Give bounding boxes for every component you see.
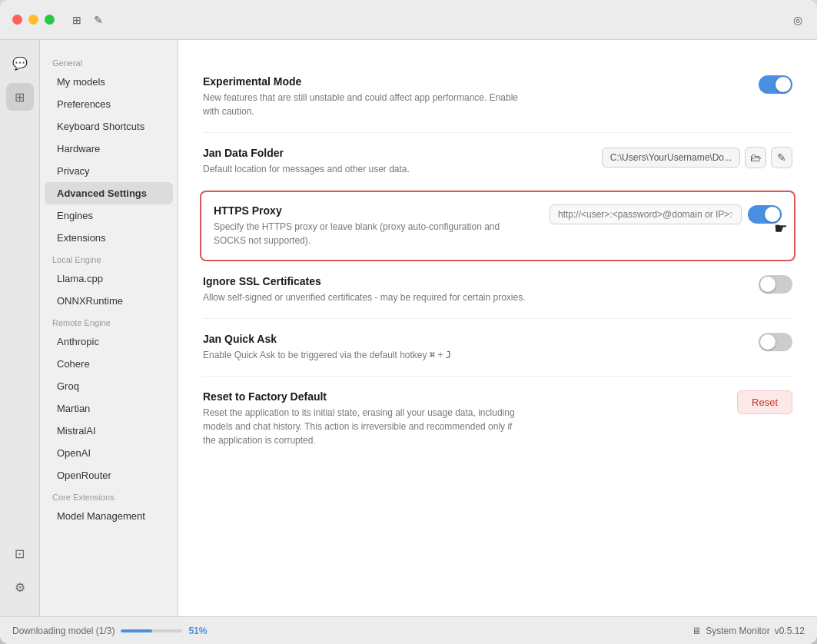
jan-quick-ask-right (759, 333, 792, 351)
sidebar-item-keyboard-shortcuts[interactable]: Keyboard Shortcuts (45, 115, 173, 138)
settings-icon-btn[interactable]: ⚙ (6, 573, 34, 601)
progress-bar-background (121, 629, 182, 632)
reset-factory-row: Reset to Factory Default Reset the appli… (203, 377, 792, 461)
folder-input-group: C:\Users\YourUsername\Do... 🗁 ✎ (602, 147, 792, 168)
experimental-mode-left: Experimental Mode New features that are … (203, 75, 740, 118)
titlebar: ⊞ ✎ ◎ (0, 0, 817, 40)
edit-icon[interactable]: ✎ (91, 13, 105, 27)
grid-icon[interactable]: ⊞ (70, 13, 84, 27)
icon-bar-bottom: ⊡ ⚙ (6, 539, 34, 607)
ignore-ssl-toggle-knob (760, 277, 775, 292)
traffic-lights (12, 15, 55, 25)
sidebar-item-groq[interactable]: Groq (45, 375, 173, 397)
experimental-mode-toggle-knob (775, 77, 791, 92)
jan-quick-ask-toggle-knob (760, 334, 775, 350)
jan-data-folder-left: Jan Data Folder Default location for mes… (203, 147, 583, 176)
folder-path-display: C:\Users\YourUsername\Do... (602, 148, 740, 168)
close-button[interactable] (12, 15, 22, 25)
bottom-bar: Downloading model (1/3) 51% 🖥 System Mon… (0, 616, 817, 644)
https-proxy-row: HTTPS Proxy Specify the HTTPS proxy or l… (200, 191, 795, 261)
version-label: v0.5.12 (775, 626, 805, 636)
jan-data-folder-row: Jan Data Folder Default location for mes… (203, 133, 792, 191)
jan-data-folder-title: Jan Data Folder (203, 147, 583, 159)
system-monitor-label[interactable]: System Monitor (706, 626, 769, 636)
bottom-bar-right: 🖥 System Monitor v0.5.12 (692, 626, 805, 636)
icon-bar: 💬 ⊞ ⊡ ⚙ (0, 40, 40, 616)
minimize-button[interactable] (28, 15, 38, 25)
https-proxy-title: HTTPS Proxy (214, 204, 531, 217)
sidebar-item-openrouter[interactable]: OpenRouter (45, 464, 173, 486)
maximize-button[interactable] (45, 15, 55, 25)
experimental-mode-title: Experimental Mode (203, 75, 740, 88)
main-layout: 💬 ⊞ ⊡ ⚙ General My models Preferences Ke… (0, 40, 817, 616)
local-engine-section-label: Local Engine (40, 249, 178, 267)
https-proxy-toggle[interactable] (748, 205, 782, 224)
titlebar-icons: ⊞ ✎ (70, 13, 105, 27)
downloading-label: Downloading model (1/3) (12, 626, 115, 636)
sidebar-item-anthropic[interactable]: Anthropic (45, 330, 173, 353)
sidebar-item-cohere[interactable]: Cohere (45, 353, 173, 375)
help-icon[interactable]: ◎ (791, 13, 805, 27)
ignore-ssl-toggle[interactable] (759, 275, 792, 294)
sidebar-item-model-management[interactable]: Model Management (45, 505, 173, 527)
progress-percent: 51% (188, 626, 207, 636)
sidebar-item-advanced-settings[interactable]: Advanced Settings (45, 182, 173, 204)
experimental-mode-toggle[interactable] (759, 75, 792, 94)
progress-bar-fill (121, 629, 152, 632)
experimental-mode-desc: New features that are still unstable and… (203, 91, 526, 118)
ignore-ssl-right (759, 275, 792, 294)
app-window: ⊞ ✎ ◎ 💬 ⊞ ⊡ ⚙ General My models Preferen… (0, 0, 817, 644)
https-proxy-toggle-knob (765, 207, 780, 222)
reset-factory-desc: Reset the application to its initial sta… (203, 406, 526, 447)
general-section-label: General (40, 52, 178, 71)
remote-engine-section-label: Remote Engine (40, 312, 178, 330)
ignore-ssl-row: Ignore SSL Certificates Allow self-signe… (203, 261, 792, 319)
download-progress: Downloading model (1/3) 51% (12, 626, 207, 636)
experimental-mode-right (759, 75, 792, 94)
main-content: Experimental Mode New features that are … (178, 40, 817, 616)
edit-folder-button[interactable]: ✎ (771, 147, 792, 168)
https-proxy-desc: Specify the HTTPS proxy or leave blank (… (214, 220, 531, 247)
sidebar-item-hardware[interactable]: Hardware (45, 138, 173, 160)
sidebar-item-privacy[interactable]: Privacy (45, 160, 173, 182)
core-extensions-section-label: Core Extensions (40, 486, 178, 505)
sidebar-item-onnxruntime[interactable]: ONNXRuntime (45, 290, 173, 312)
sidebar-item-openai[interactable]: OpenAI (45, 442, 173, 464)
reset-factory-right: Reset (737, 390, 792, 414)
reset-factory-left: Reset to Factory Default Reset the appli… (203, 390, 719, 447)
experimental-mode-row: Experimental Mode New features that are … (203, 61, 792, 133)
sidebar-item-my-models[interactable]: My models (45, 71, 173, 93)
ignore-ssl-title: Ignore SSL Certificates (203, 275, 740, 287)
monitor-icon-btn[interactable]: ⊡ (6, 539, 34, 567)
reset-factory-title: Reset to Factory Default (203, 390, 719, 403)
apps-icon-btn[interactable]: ⊞ (6, 83, 34, 111)
monitor-icon: 🖥 (692, 626, 701, 636)
open-folder-button[interactable]: 🗁 (745, 147, 766, 168)
sidebar-item-llama-cpp[interactable]: Llama.cpp (45, 267, 173, 290)
jan-data-folder-desc: Default location for messages and other … (203, 162, 526, 176)
sidebar: General My models Preferences Keyboard S… (40, 40, 178, 616)
https-proxy-right (550, 204, 782, 224)
jan-quick-ask-toggle[interactable] (759, 333, 792, 351)
https-proxy-input[interactable] (550, 204, 742, 224)
chat-icon-btn[interactable]: 💬 (6, 49, 34, 77)
reset-factory-button[interactable]: Reset (737, 390, 792, 414)
jan-quick-ask-row: Jan Quick Ask Enable Quick Ask to be tri… (203, 319, 792, 377)
sidebar-item-martian[interactable]: Martian (45, 397, 173, 420)
sidebar-item-extensions[interactable]: Extensions (45, 227, 173, 249)
https-proxy-left: HTTPS Proxy Specify the HTTPS proxy or l… (214, 204, 531, 247)
jan-quick-ask-left: Jan Quick Ask Enable Quick Ask to be tri… (203, 333, 740, 362)
jan-quick-ask-desc: Enable Quick Ask to be triggered via the… (203, 348, 526, 362)
ignore-ssl-left: Ignore SSL Certificates Allow self-signe… (203, 275, 740, 304)
ignore-ssl-desc: Allow self-signed or unverified certific… (203, 290, 526, 304)
sidebar-item-mistralai[interactable]: MistralAI (45, 420, 173, 442)
sidebar-item-engines[interactable]: Engines (45, 204, 173, 227)
sidebar-item-preferences[interactable]: Preferences (45, 93, 173, 115)
jan-quick-ask-title: Jan Quick Ask (203, 333, 740, 345)
jan-data-folder-right: C:\Users\YourUsername\Do... 🗁 ✎ (602, 147, 792, 168)
titlebar-right: ◎ (791, 13, 805, 27)
